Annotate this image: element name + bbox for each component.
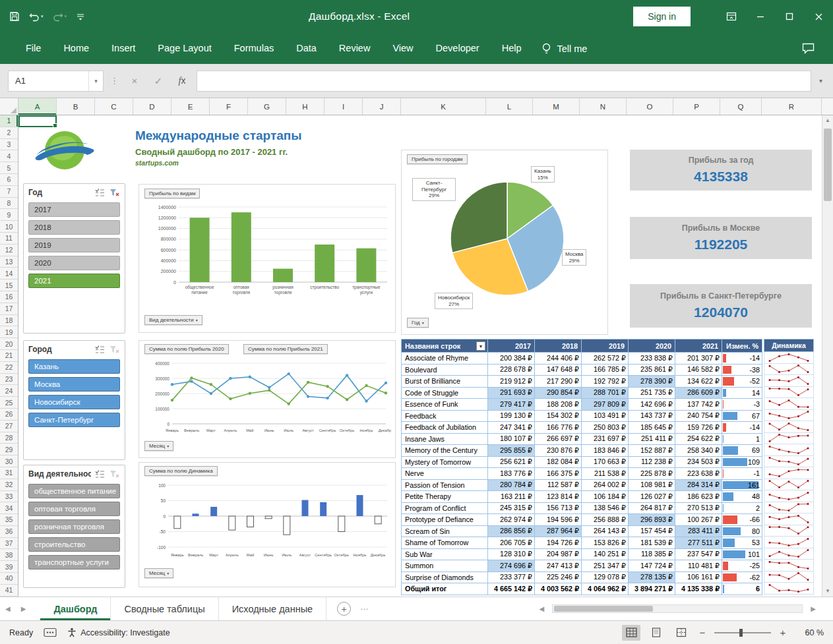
- row-name-cell[interactable]: Insane Jaws: [402, 433, 488, 445]
- row-name-cell[interactable]: Scream of Sin: [402, 525, 488, 537]
- row-header-3[interactable]: 3: [0, 139, 18, 151]
- row-header-29[interactable]: 29: [0, 444, 18, 455]
- axis-field-button[interactable]: Месяц▾: [144, 568, 173, 578]
- slicer-item-общественное питание[interactable]: общественное питание: [28, 484, 120, 498]
- change-cell[interactable]: -66: [722, 514, 762, 526]
- row-header-7[interactable]: 7: [0, 186, 18, 198]
- column-header-2017[interactable]: 2017: [488, 339, 535, 353]
- value-cell[interactable]: 106 184 ₽: [582, 491, 629, 503]
- row-header-4[interactable]: 4: [0, 150, 18, 162]
- row-header-24[interactable]: 24: [0, 385, 18, 397]
- column-header-2018[interactable]: 2018: [535, 339, 582, 353]
- value-cell[interactable]: 153 826 ₽: [582, 537, 629, 549]
- slicer-item-Санкт-Петербург[interactable]: Санкт-Петербург: [28, 413, 120, 427]
- sheet-tab-сводные-таблицы[interactable]: Сводные таблицы: [111, 597, 218, 620]
- undo-button[interactable]: ▾: [29, 12, 44, 22]
- row-name-cell[interactable]: Memory of the Century: [402, 445, 488, 457]
- ribbon-tab-review[interactable]: Review: [328, 33, 382, 64]
- sparkline-cell[interactable]: [764, 433, 814, 445]
- slicer-item-транспортные услуги[interactable]: транспортные услуги: [28, 555, 120, 570]
- sparkline-cell[interactable]: [764, 560, 814, 571]
- value-cell[interactable]: 223 638 ₽: [675, 468, 722, 480]
- row-name-cell[interactable]: Feedback: [402, 410, 488, 422]
- value-cell[interactable]: 146 582 ₽: [675, 364, 722, 376]
- column-header-P[interactable]: P: [673, 98, 720, 115]
- select-all-corner[interactable]: [0, 98, 18, 115]
- value-cell[interactable]: 291 693 ₽: [488, 387, 535, 399]
- row-header-6[interactable]: 6: [0, 174, 18, 186]
- scroll-up-icon[interactable]: ▲: [822, 115, 833, 126]
- ribbon-tab-data[interactable]: Data: [285, 33, 328, 64]
- active-cell-selection[interactable]: [18, 115, 57, 127]
- row-header-5[interactable]: 5: [0, 162, 18, 174]
- value-cell[interactable]: 157 454 ₽: [629, 525, 675, 537]
- column-header-A[interactable]: A: [18, 98, 57, 115]
- value-cell[interactable]: 163 211 ₽: [488, 491, 535, 503]
- value-cell[interactable]: 192 792 ₽: [582, 376, 629, 388]
- value-cell[interactable]: 126 027 ₽: [629, 491, 675, 503]
- value-cell[interactable]: 297 809 ₽: [582, 399, 629, 411]
- ribbon-tab-page-layout[interactable]: Page Layout: [146, 33, 222, 64]
- row-header-26[interactable]: 26: [0, 409, 18, 421]
- sparkline-cell[interactable]: [764, 537, 814, 548]
- row-header-34[interactable]: 34: [0, 502, 18, 514]
- value-cell[interactable]: 147 648 ₽: [535, 364, 582, 376]
- zoom-in-button[interactable]: +: [778, 627, 788, 638]
- value-cell[interactable]: 264 002 ₽: [582, 479, 629, 491]
- value-cell[interactable]: 235 861 ₽: [629, 364, 675, 376]
- column-header-I[interactable]: I: [324, 98, 363, 115]
- value-cell[interactable]: 137 742 ₽: [675, 399, 722, 411]
- column-header-M[interactable]: M: [533, 98, 580, 115]
- row-header-36[interactable]: 36: [0, 526, 18, 538]
- column-header-Измен. %[interactable]: Измен. %: [722, 339, 762, 353]
- slicer-item-строительство[interactable]: строительство: [28, 537, 120, 552]
- row-name-cell[interactable]: Feedback of Jubilation: [402, 422, 488, 434]
- vertical-scrollbar[interactable]: ▲ ▼: [822, 115, 833, 597]
- value-cell[interactable]: 182 084 ₽: [535, 456, 582, 468]
- value-cell[interactable]: 225 878 ₽: [629, 468, 675, 480]
- normal-view-button[interactable]: [622, 625, 640, 641]
- value-cell[interactable]: 166 785 ₽: [582, 364, 629, 376]
- value-cell[interactable]: 166 776 ₽: [535, 422, 582, 434]
- name-box[interactable]: A1 ▾: [8, 71, 104, 92]
- row-header-39[interactable]: 39: [0, 561, 18, 573]
- row-name-cell[interactable]: Sub War: [402, 548, 488, 560]
- row-header-33[interactable]: 33: [0, 491, 18, 503]
- maximize-button[interactable]: [775, 0, 804, 33]
- clear-filter-icon[interactable]: [109, 469, 120, 479]
- cancel-icon[interactable]: ×: [125, 75, 144, 86]
- column-header-R[interactable]: R: [762, 98, 822, 115]
- column-header-E[interactable]: E: [171, 98, 210, 115]
- row-header-15[interactable]: 15: [0, 279, 18, 291]
- value-cell[interactable]: 188 208 ₽: [535, 399, 582, 411]
- slicer-item-оптовая торговля[interactable]: оптовая торговля: [28, 502, 120, 516]
- sparkline-cell[interactable]: [764, 387, 814, 399]
- column-header-O[interactable]: O: [627, 98, 673, 115]
- sparkline-cell[interactable]: [764, 467, 814, 479]
- row-header-13[interactable]: 13: [0, 256, 18, 268]
- sparkline-cell[interactable]: [764, 398, 814, 410]
- change-cell[interactable]: -3: [722, 399, 762, 411]
- row-header-1[interactable]: 1: [0, 115, 18, 127]
- insert-function-icon[interactable]: fx: [173, 75, 191, 86]
- change-cell[interactable]: 161: [722, 479, 762, 491]
- ribbon-tab-developer[interactable]: Developer: [425, 33, 491, 64]
- value-cell[interactable]: 3 894 271 ₽: [629, 583, 675, 595]
- axis-field-button[interactable]: Вид деятельности▾: [144, 315, 202, 325]
- value-cell[interactable]: 283 411 ₽: [675, 525, 722, 537]
- value-cell[interactable]: 258 340 ₽: [675, 445, 722, 457]
- chart-field-button[interactable]: Прибыль по видам: [144, 189, 200, 198]
- ribbon-tab-formulas[interactable]: Formulas: [223, 33, 285, 64]
- value-cell[interactable]: 251 347 ₽: [582, 560, 629, 572]
- value-cell[interactable]: 296 893 ₽: [629, 514, 675, 526]
- chart-field-button[interactable]: Прибыль по городам: [407, 154, 468, 164]
- clear-filter-icon[interactable]: [109, 345, 120, 355]
- row-header-11[interactable]: 11: [0, 233, 18, 245]
- value-cell[interactable]: 128 310 ₽: [488, 548, 535, 560]
- value-cell[interactable]: 237 547 ₽: [675, 548, 722, 560]
- value-cell[interactable]: 103 491 ₽: [582, 410, 629, 422]
- value-cell[interactable]: 233 377 ₽: [488, 571, 535, 583]
- row-header-31[interactable]: 31: [0, 467, 18, 479]
- row-header-19[interactable]: 19: [0, 326, 18, 338]
- value-cell[interactable]: 287 964 ₽: [535, 525, 582, 537]
